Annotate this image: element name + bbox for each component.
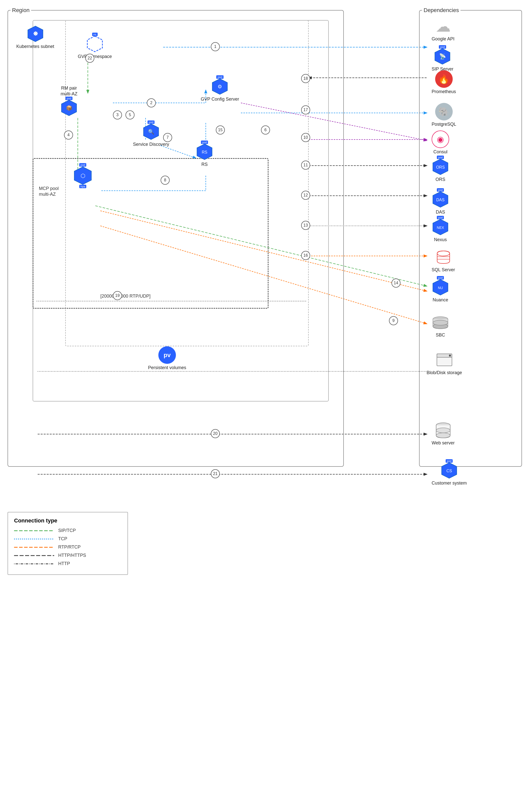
svg-point-59 (436, 428, 450, 433)
tcp-label: TCP (58, 536, 67, 541)
circle-19: 19 (113, 291, 122, 300)
svg-text:DAS: DAS (436, 198, 445, 202)
circle-14: 14 (392, 279, 400, 288)
gvp-config-server-node: ⚙ pod GVP Config Server (201, 78, 239, 102)
svg-text:📦: 📦 (66, 105, 72, 111)
circle-4: 4 (64, 131, 73, 139)
circle-2: 2 (147, 98, 156, 108)
sql-server-node: SQL Server (432, 248, 455, 273)
nuance-pod-badge: pod (437, 276, 444, 280)
ns-badge: ns (92, 33, 98, 36)
sip-server-node: 📡 pod SIP Server (432, 48, 453, 72)
config-pod-badge: pod (216, 75, 223, 79)
cs-pod-badge: pod (446, 459, 453, 463)
rs-node: RS pod RS (196, 143, 213, 167)
postgresql-label: PostgreSQL (432, 121, 456, 127)
circle-7: 7 (163, 133, 172, 142)
circle-10: 10 (301, 133, 310, 142)
pv-label: Persistent volumes (148, 365, 186, 371)
blob-disk-node: Blob/Disk storage (426, 349, 462, 376)
circle-1: 1 (211, 42, 220, 51)
rm-pair-label-top: RM pairmulti-AZ (61, 85, 78, 97)
rtp-udp-label: [20000-45000 RTP/UDP] (100, 293, 151, 299)
svg-text:NU: NU (438, 286, 443, 290)
kubernetes-label: Kubernetes subnet (16, 44, 54, 50)
ors-node: ORS pod ORS (432, 158, 449, 183)
google-api-node: ☁ Google API (432, 18, 454, 42)
legend-row-rtp: RTP/RTCP (14, 544, 121, 550)
rs-pod-badge: pod (201, 140, 208, 144)
legend-title: Connection type (14, 517, 121, 524)
circle-22: 22 (85, 54, 94, 63)
pv-icon: pv (158, 346, 176, 364)
circle-13: 13 (301, 221, 310, 230)
http-label: HTTP (58, 561, 70, 567)
ors-pod-badge: pod (437, 156, 444, 159)
mcp-pod-badge: pod (79, 163, 86, 167)
svg-text:⚙: ⚙ (217, 84, 222, 89)
circle-3: 3 (113, 110, 122, 119)
svg-point-54 (433, 320, 448, 325)
svg-text:⎈: ⎈ (33, 30, 38, 37)
http-https-label: HTTP/HTTPS (58, 553, 86, 558)
svg-text:📡: 📡 (439, 53, 446, 60)
circle-12: 12 (301, 191, 310, 200)
circle-5: 5 (126, 110, 134, 119)
nexus-node: NEX pod Nexus (432, 218, 449, 243)
circle-21: 21 (211, 469, 220, 478)
svg-point-60 (436, 433, 450, 438)
gvp-config-server-label: GVP Config Server (201, 96, 239, 102)
diagram-container: Region Dependencies [20000-45000 RTP/UDP… (0, 0, 532, 806)
rm-pair-node: RM pairmulti-AZ 📦 pod (60, 85, 78, 117)
rs-label: RS (201, 161, 208, 167)
nexus-label: Nexus (434, 237, 447, 243)
circle-6: 6 (261, 126, 270, 134)
gvp-namespace-label: GVP namespace (78, 54, 112, 59)
svg-text:🔍: 🔍 (148, 129, 154, 135)
rtp-rtcp-line (14, 546, 54, 549)
mcp-hpa-badge: hpa (79, 185, 86, 188)
sql-server-label: SQL Server (432, 267, 455, 273)
circle-15: 15 (216, 126, 225, 134)
legend-row-http: HTTP (14, 561, 121, 567)
nexus-pod-badge: pod (437, 216, 444, 219)
sbc-icon (432, 316, 449, 331)
persistent-volumes-node: pv Persistent volumes (148, 346, 186, 371)
circle-9: 9 (389, 316, 398, 325)
blob-disk-icon (434, 349, 454, 369)
nuance-label: Nuance (433, 297, 448, 303)
svg-text:ORS: ORS (436, 165, 445, 169)
tcp-line (14, 538, 54, 540)
nuance-node: NU pod Nuance (432, 279, 449, 303)
das-node: DAS pod DAS (432, 191, 449, 215)
svg-point-57 (449, 354, 451, 357)
circle-18: 18 (301, 74, 310, 83)
circle-16: 16 (301, 251, 310, 260)
prometheus-icon: 🔥 (435, 70, 453, 88)
sd-pod-badge: pod (148, 120, 155, 124)
sbc-node: SBC (432, 316, 449, 338)
google-api-icon: ☁ (436, 18, 451, 35)
consul-label: Consul (433, 149, 448, 155)
gvp-namespace-icon (86, 35, 103, 53)
kubernetes-subnet-node: ⎈ Kubernetes subnet (16, 25, 54, 50)
svg-text:RS: RS (202, 150, 207, 154)
sbc-label: SBC (436, 332, 445, 338)
rtp-rtcp-label: RTP/RTCP (58, 544, 80, 550)
legend-row-sip: SIP/TCP (14, 528, 121, 533)
web-server-node: Web server (432, 422, 455, 446)
svg-text:CS: CS (446, 469, 452, 473)
postgresql-node: 🐘 PostgreSQL (432, 103, 456, 127)
ors-label: ORS (435, 177, 445, 183)
svg-marker-28 (87, 36, 102, 52)
google-api-label: Google API (432, 36, 454, 42)
web-server-label: Web server (432, 440, 455, 446)
sip-pod-badge: pod (439, 45, 446, 49)
circle-17: 17 (301, 105, 310, 114)
mcp-pool-node: ⬡ pod hpa (73, 166, 93, 186)
circle-8: 8 (160, 176, 170, 185)
sql-server-icon (435, 248, 452, 266)
kubernetes-icon: ⎈ (26, 25, 44, 43)
svg-point-47 (437, 251, 450, 256)
legend-box: Connection type SIP/TCP TCP RTP/RTCP HTT… (7, 512, 128, 575)
